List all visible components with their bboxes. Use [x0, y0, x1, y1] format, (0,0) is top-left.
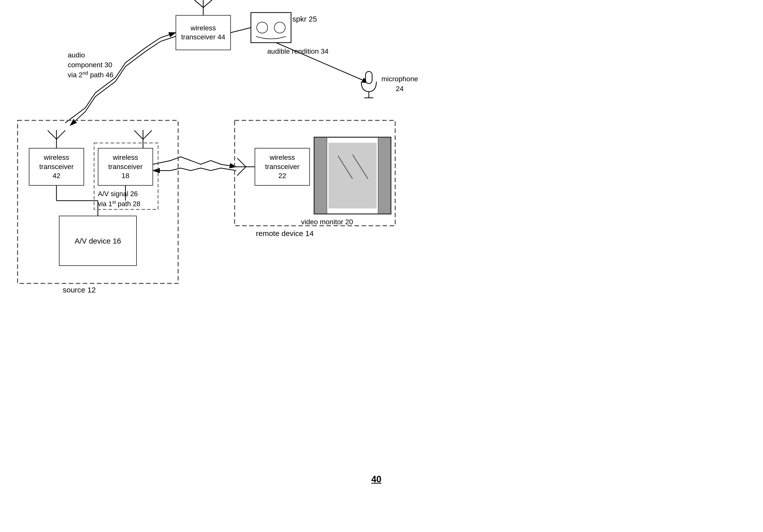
audible-rendition-label: audible rendition 34 [267, 47, 328, 56]
wt44-box: wireless transceiver 44 [176, 15, 231, 50]
svg-line-5 [194, 0, 203, 8]
wt22-box: wirelesstransceiver22 [255, 148, 310, 186]
svg-rect-36 [366, 71, 372, 83]
wt18-box: wirelesstransceiver18 [98, 148, 153, 186]
video-monitor-frame [314, 137, 391, 214]
wt42-box: wirelesstransceiver42 [29, 148, 84, 186]
remote-device-label: remote device 14 [256, 228, 314, 239]
spkr25-label: spkr 25 [292, 14, 317, 24]
av-signal-label: A/V signal 26via 1st path 28 [98, 189, 140, 209]
svg-line-22 [237, 167, 246, 175]
svg-line-6 [203, 0, 212, 8]
wt22-label: wirelesstransceiver22 [265, 153, 299, 180]
source12-label: source 12 [63, 285, 96, 295]
page-number: 40 [371, 474, 382, 484]
wt18-label: wirelesstransceiver18 [108, 153, 143, 180]
microphone-label: microphone24 [382, 74, 418, 94]
svg-line-21 [237, 158, 246, 167]
video-monitor-label: video monitor 20 [301, 217, 353, 227]
svg-line-35 [353, 155, 368, 179]
monitor-speaker-right [378, 138, 390, 213]
svg-line-14 [56, 131, 65, 139]
av-device-label: A/V device 16 [74, 236, 121, 246]
audio-component-label: audiocomponent 30via 2nd path 46 [68, 50, 113, 80]
svg-rect-8 [251, 13, 291, 43]
svg-line-34 [338, 156, 353, 179]
svg-line-17 [134, 131, 143, 139]
diagram-container: wireless transceiver 44 spkr 25 audible … [0, 0, 763, 532]
svg-line-11 [231, 28, 251, 33]
svg-line-13 [48, 131, 56, 139]
av-device-box: A/V device 16 [59, 216, 137, 266]
svg-point-10 [274, 22, 285, 33]
wt44-label: wireless transceiver 44 [176, 24, 230, 42]
monitor-screen [328, 143, 377, 208]
monitor-speaker-left [315, 138, 327, 213]
microphone-icon [359, 70, 379, 100]
svg-line-18 [143, 131, 152, 139]
wt42-label: wirelesstransceiver42 [40, 153, 74, 180]
screen-lines [328, 143, 377, 208]
svg-point-9 [257, 22, 268, 33]
